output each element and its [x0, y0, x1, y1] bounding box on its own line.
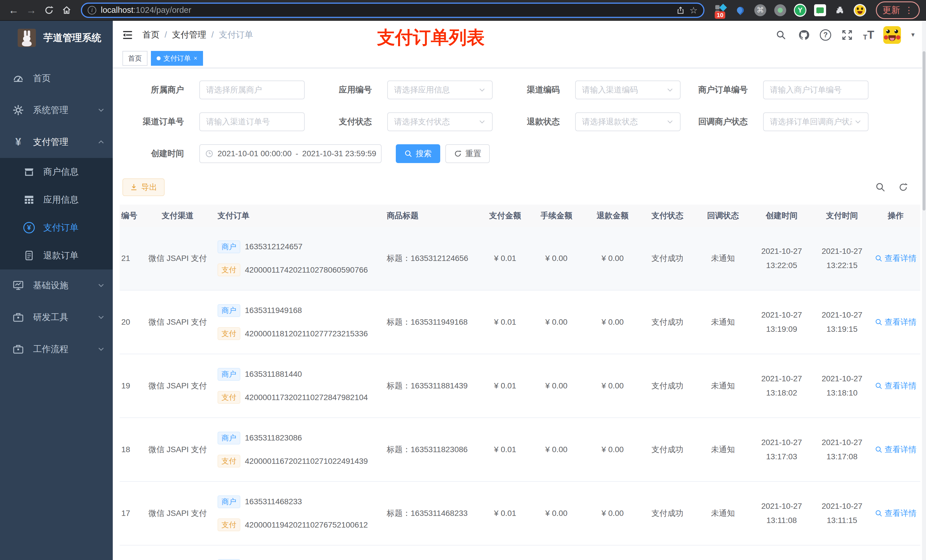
tab-home[interactable]: 首页: [123, 51, 147, 66]
sidebar-item-infra[interactable]: 基础设施: [0, 269, 113, 301]
filter-control[interactable]: [199, 80, 305, 99]
help-icon[interactable]: [820, 29, 831, 41]
filter-control[interactable]: [575, 80, 681, 99]
filter-control[interactable]: [387, 80, 493, 99]
browser-forward-button[interactable]: →: [24, 3, 39, 18]
filter-label: 渠道订单号: [124, 116, 184, 127]
filter-control[interactable]: [387, 112, 493, 131]
merchant-order-no: 1635311881440: [245, 370, 302, 379]
chat-icon[interactable]: [814, 4, 826, 17]
fullscreen-icon[interactable]: [840, 28, 854, 42]
column-header: 支付时间: [812, 210, 872, 221]
cell-refund: ¥ 0.00: [585, 354, 640, 417]
date-separator: -: [295, 149, 298, 158]
sidebar-item-label: 支付管理: [33, 136, 97, 148]
content: 所属商户 应用编号 渠道编码 商户订单编号 渠道订单号: [113, 68, 926, 560]
cell-paid-time: 2021-10-2713:22:15: [812, 227, 872, 290]
cell-refund: ¥ 0.00: [585, 227, 640, 290]
chevron-down-icon: [666, 118, 674, 125]
view-detail-link[interactable]: 查看详情: [875, 253, 917, 264]
merchant-order-line: 商户 1635311468233: [218, 495, 302, 508]
view-detail-link[interactable]: 查看详情: [875, 444, 917, 455]
update-button[interactable]: 更新 ⋮: [876, 2, 920, 19]
column-header: 操作: [872, 210, 919, 221]
filter-input[interactable]: [582, 117, 664, 126]
breadcrumb-pay-manage[interactable]: 支付管理: [159, 29, 206, 41]
date-range-input[interactable]: 2021-10-01 00:00:00 - 2021-10-31 23:59:5…: [199, 144, 381, 163]
filter-input[interactable]: [394, 85, 476, 95]
y-circle-icon[interactable]: Y: [794, 4, 806, 17]
sidebar-item-system[interactable]: 系统管理: [0, 94, 113, 126]
table-row: 20 微信 JSAPI 支付 商户 1635311949168 支付 42000…: [120, 291, 920, 354]
scrollbar-thumb[interactable]: [923, 51, 925, 211]
sidebar-item-pay-order[interactable]: 支付订单: [0, 214, 113, 242]
pay-order-line: 支付 4200001194202110276752100612: [218, 518, 368, 531]
avatar[interactable]: [883, 26, 901, 44]
sidebar-item-pay[interactable]: 支付管理: [0, 126, 113, 158]
bookmark-star-icon[interactable]: ☆: [689, 5, 698, 16]
reset-button[interactable]: 重置: [445, 144, 490, 163]
close-icon[interactable]: ×: [194, 55, 197, 62]
browser-back-button[interactable]: ←: [6, 3, 21, 18]
command-icon[interactable]: ⌘: [754, 4, 767, 17]
pay-tag: 支付: [218, 391, 240, 404]
filter-input[interactable]: [206, 85, 298, 95]
filter-input[interactable]: [770, 117, 852, 126]
share-icon[interactable]: [676, 6, 685, 15]
filter-control[interactable]: [575, 112, 681, 131]
cell-paid-time: 2021-10-2713:11:15: [812, 482, 872, 545]
sidebar-item-label: 基础设施: [33, 279, 97, 291]
tab-pay-order[interactable]: 支付订单 ×: [151, 51, 203, 66]
toggle-search-icon[interactable]: [875, 181, 886, 193]
filter-label: 支付状态: [312, 116, 372, 127]
column-header: 支付金额: [483, 210, 528, 221]
home-icon: [62, 5, 71, 15]
sidebar-item-refund-order[interactable]: 退款订单: [0, 242, 113, 269]
shop-icon: [23, 166, 35, 178]
browser-reload-button[interactable]: [42, 3, 56, 18]
view-detail-link[interactable]: 查看详情: [875, 317, 917, 328]
pay-tag: 支付: [218, 518, 240, 531]
sidebar-item-dev-tools[interactable]: 研发工具: [0, 301, 113, 333]
cell-paid-time: [812, 545, 872, 560]
column-header: 退款金额: [585, 210, 640, 221]
puzzle-extensions-icon[interactable]: [834, 4, 846, 17]
url-bar[interactable]: i localhost:1024/pay/order ☆: [81, 3, 705, 18]
column-header: 支付订单: [218, 210, 377, 221]
filter-input[interactable]: [770, 85, 862, 95]
breadcrumb-home[interactable]: 首页: [142, 29, 159, 41]
sidebar-logo: 芋道管理系统: [0, 21, 113, 54]
site-info-icon[interactable]: i: [88, 6, 96, 15]
sidebar-item-app-info[interactable]: 应用信息: [0, 186, 113, 214]
filter-control[interactable]: [763, 80, 869, 99]
url-path: :1024/pay/order: [133, 5, 191, 15]
record-icon[interactable]: [774, 4, 787, 17]
map-pin-icon[interactable]: [734, 4, 747, 17]
view-detail-link[interactable]: 查看详情: [875, 508, 917, 519]
sidebar-toggle-icon[interactable]: [121, 29, 134, 41]
filter-input[interactable]: [582, 85, 664, 95]
view-detail-link[interactable]: 查看详情: [875, 380, 917, 391]
extension-grid-icon[interactable]: 10: [714, 4, 727, 17]
font-size-icon[interactable]: [863, 29, 874, 41]
sidebar-item-home[interactable]: 首页: [0, 62, 113, 94]
filter-control[interactable]: [763, 112, 869, 131]
export-button[interactable]: 导出: [123, 178, 165, 196]
filter-input[interactable]: [206, 117, 298, 126]
search-icon[interactable]: [774, 28, 788, 42]
filter-input[interactable]: [394, 117, 476, 126]
cell-notify-status: 未通知: [694, 418, 752, 481]
search-button[interactable]: 搜索: [396, 144, 440, 163]
avatar-caret-icon[interactable]: ▼: [910, 32, 916, 38]
tags-view-bar: 首页 支付订单 ×: [113, 49, 926, 68]
browser-menu-icon[interactable]: ⋮: [905, 5, 913, 15]
sidebar-item-merchant-info[interactable]: 商户信息: [0, 158, 113, 186]
sidebar-item-label: 退款订单: [43, 249, 79, 261]
browser-home-button[interactable]: [59, 3, 74, 18]
sidebar-item-workflow[interactable]: 工作流程: [0, 333, 113, 365]
filter-control[interactable]: [199, 112, 305, 131]
github-icon[interactable]: [797, 28, 811, 42]
pay-order-no: 4200001167202110271022491439: [245, 457, 368, 466]
emoji-avatar-icon[interactable]: [854, 4, 866, 17]
refresh-table-icon[interactable]: [897, 181, 909, 193]
